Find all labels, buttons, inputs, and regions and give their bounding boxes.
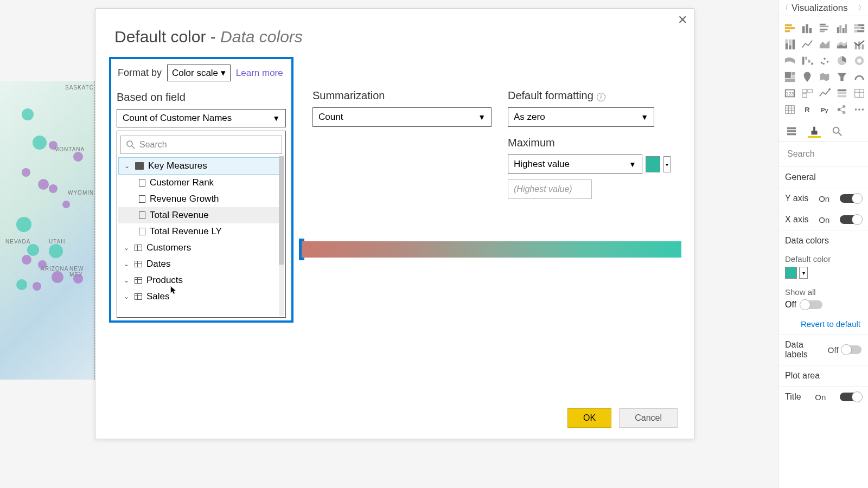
default-color-dropdown[interactable]: ▾ [799,267,808,279]
stacked-area-icon[interactable] [835,38,849,51]
card-icon[interactable]: 123 [783,87,797,100]
more-icon[interactable] [852,103,866,116]
stacked-column-icon[interactable] [800,22,814,35]
title-toggle[interactable] [840,393,861,401]
prop-data-colors[interactable]: Data colors [778,230,868,251]
tree-table-dates[interactable]: ⌄Dates [118,256,284,272]
svg-rect-41 [785,72,791,78]
revert-to-default-link[interactable]: Revert to default [778,314,868,334]
tree-item-revenue-growth[interactable]: Revenue Growth [118,191,284,207]
svg-point-36 [827,61,829,63]
prop-plot-area[interactable]: Plot area [778,365,868,386]
close-icon[interactable]: ✕ [678,13,687,27]
svg-point-40 [857,59,861,62]
prop-x-axis[interactable]: X axisOn [778,209,868,230]
measure-icon [139,211,145,219]
multi-card-icon[interactable] [800,87,814,100]
py-visual-icon[interactable]: Py [818,103,832,116]
key-influencers-icon[interactable] [835,103,849,116]
100-stacked-column-icon[interactable] [783,38,797,51]
tree-item-customer-rank[interactable]: Customer Rank [118,175,284,191]
tree-table-customers[interactable]: ⌄Customers [118,240,284,256]
donut-icon[interactable] [852,54,866,67]
prop-general[interactable]: General [778,166,868,188]
chevron-down-icon: ▼ [272,114,280,123]
100-stacked-bar-icon[interactable] [852,22,866,35]
treemap-icon[interactable] [783,70,797,84]
svg-point-71 [862,108,864,111]
svg-point-75 [833,127,839,133]
cancel-button[interactable]: Cancel [619,408,678,428]
svg-rect-10 [820,29,828,30]
matrix-icon[interactable] [783,103,797,116]
format-by-select[interactable]: Color scale ▾ [167,65,231,81]
kpi-icon[interactable] [818,87,832,100]
svg-line-1 [132,146,135,149]
pane-next-icon[interactable]: 〉 [858,3,865,12]
svg-rect-33 [811,63,813,65]
table-icon [135,245,142,251]
svg-rect-9 [820,25,829,27]
tree-table-sales[interactable]: ⌄Sales [118,288,284,305]
chevron-down-icon: ⌄ [124,277,130,284]
ribbon-chart-icon[interactable] [783,54,797,67]
max-color-dropdown[interactable]: ▾ [663,156,671,172]
default-color-swatch[interactable] [785,267,797,279]
svg-rect-15 [845,24,847,33]
maximum-dropdown[interactable]: Highest value▼ [508,155,642,174]
svg-point-34 [821,62,823,64]
r-visual-icon[interactable]: R [800,103,814,116]
waterfall-icon[interactable] [800,54,814,67]
fields-tab-icon[interactable] [785,125,798,138]
filled-map-icon[interactable] [818,70,832,84]
line-chart-icon[interactable] [800,38,814,51]
pane-prev-icon[interactable]: 〈 [782,3,788,12]
prop-title[interactable]: TitleOn [778,386,868,407]
funnel-icon[interactable] [835,70,849,84]
format-search-input[interactable]: Search [783,146,864,162]
slicer-icon[interactable] [835,87,849,100]
show-all-toggle[interactable] [801,300,822,309]
clustered-column-icon[interactable] [835,22,849,35]
field-picker: Search ⌄Key Measures Customer Rank Reven… [117,131,286,318]
data-labels-toggle[interactable] [842,345,861,354]
learn-more-link[interactable]: Learn more [236,68,283,79]
chevron-down-icon: ▼ [478,113,486,121]
svg-rect-49 [802,94,807,97]
tree-item-total-revenue-ly[interactable]: Total Revenue LY [118,223,284,240]
table-icon[interactable] [852,87,866,100]
clustered-bar-icon[interactable] [818,22,832,35]
tree-group-key-measures[interactable]: ⌄Key Measures [118,157,284,175]
map-icon[interactable] [800,70,814,84]
tree-item-total-revenue[interactable]: Total Revenue [118,207,284,223]
prop-y-axis[interactable]: Y axisOn [778,188,868,209]
svg-rect-26 [793,40,795,49]
field-search-input[interactable]: Search [120,136,282,154]
x-axis-toggle[interactable] [840,215,861,224]
gauge-icon[interactable] [852,70,866,84]
svg-point-0 [127,141,132,146]
default-formatting-dropdown[interactable]: As zero▼ [508,107,654,127]
line-stacked-column-icon[interactable] [852,38,866,51]
stacked-bar-icon[interactable] [783,22,797,35]
chevron-down-icon: ⌄ [124,162,131,170]
summarization-dropdown[interactable]: Count▼ [312,107,492,127]
pie-icon[interactable] [835,54,849,67]
analytics-tab-icon[interactable] [831,125,844,138]
format-tab-icon[interactable] [808,125,821,138]
ok-button[interactable]: OK [567,408,611,428]
map-viz-background: SASKATCHI MONTANA WYOMING NEVADA UTAH AR… [0,81,95,380]
svg-rect-32 [808,60,810,63]
max-color-swatch[interactable] [646,156,660,172]
svg-rect-2 [785,24,792,27]
based-on-field-dropdown[interactable]: Count of Customer Names▼ [117,109,286,127]
maximum-value-input[interactable]: (Highest value) [508,179,592,199]
prop-data-labels[interactable]: Data labelsOff [778,334,868,365]
chevron-down-icon: ▼ [629,160,636,169]
maximum-label: Maximum [508,137,671,149]
scatter-icon[interactable] [818,54,832,67]
tree-scrollbar[interactable] [279,156,284,316]
tree-table-products[interactable]: ⌄Products [118,272,284,288]
y-axis-toggle[interactable] [840,194,861,203]
area-chart-icon[interactable] [818,38,832,51]
